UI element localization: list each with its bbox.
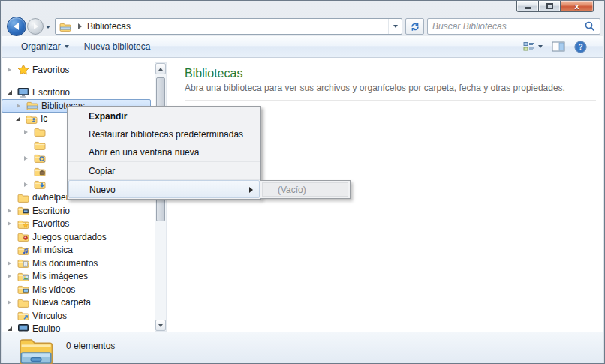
- status-items-count: 0 elementos: [66, 341, 115, 351]
- refresh-icon: [410, 22, 420, 32]
- organize-button[interactable]: Organizar: [14, 36, 77, 57]
- close-button[interactable]: x: [560, 1, 594, 12]
- saved-games-icon: [17, 231, 31, 242]
- menu-item-abrir-en-una-ventana-nueva[interactable]: Abrir en una ventana nueva: [68, 143, 260, 161]
- scroll-down-button[interactable]: [155, 320, 166, 331]
- back-arrow-icon: [14, 23, 19, 30]
- expander-collapsed-icon[interactable]: [24, 182, 34, 187]
- address-dropdown-button[interactable]: [388, 19, 402, 34]
- expander-collapsed-icon[interactable]: [8, 209, 17, 213]
- menu-item-restaurar-bibliotecas-predeterminadas[interactable]: Restaurar bibliotecas predeterminadas: [68, 125, 260, 143]
- menu-item-label: Copiar: [89, 166, 115, 176]
- breadcrumb-separator-icon: [78, 23, 82, 29]
- search-icon[interactable]: [585, 21, 595, 32]
- maximize-button[interactable]: [539, 1, 560, 12]
- tree-item-label: Nueva carpeta: [31, 297, 91, 308]
- tree-item-mis-documentos[interactable]: Mis documentos: [2, 257, 154, 270]
- star-icon: [17, 64, 31, 75]
- titlebar[interactable]: x: [1, 1, 604, 16]
- status-bar: 0 elementos: [2, 332, 603, 363]
- preview-pane-button[interactable]: [552, 41, 565, 52]
- computer-icon: [17, 323, 31, 332]
- tree-item-label: Escritorio: [31, 87, 70, 98]
- expander-expanded-icon[interactable]: [8, 326, 17, 331]
- tree-item-label: Mis documentos: [31, 258, 98, 269]
- preview-pane-icon: [552, 41, 565, 52]
- menu-item-label: Expandir: [89, 111, 127, 122]
- tree-item-label: Ic: [39, 113, 47, 124]
- scroll-up-button[interactable]: [155, 63, 166, 74]
- chevron-down-icon: [538, 45, 543, 48]
- search-input[interactable]: Buscar Bibliotecas: [427, 18, 600, 35]
- refresh-button[interactable]: [405, 18, 424, 35]
- toolbar-right-icons: ?: [523, 41, 587, 53]
- documents-folder-icon: [17, 257, 31, 269]
- views-button[interactable]: [523, 41, 543, 52]
- tree-item-juegos-guardados[interactable]: Juegos guardados: [2, 230, 154, 244]
- command-toolbar: Organizar Nueva biblioteca ?: [2, 36, 603, 58]
- menu-item-nuevo[interactable]: Nuevo: [68, 180, 260, 198]
- context-submenu: (Vacío): [260, 180, 351, 199]
- expander-collapsed-icon[interactable]: [24, 156, 34, 161]
- expander-collapsed-icon[interactable]: [8, 68, 17, 72]
- expander-collapsed-icon[interactable]: [24, 130, 34, 134]
- tree-item-nueva-carpeta[interactable]: Nueva carpeta: [2, 296, 154, 310]
- tree-item-mis-imagenes[interactable]: Mis imágenes: [2, 270, 154, 284]
- navigation-bar: Bibliotecas Buscar Bibliotecas: [1, 16, 604, 36]
- tree-item-mis-videos[interactable]: Mis vídeos: [2, 283, 154, 296]
- tree-item-label: dwhelper: [31, 192, 69, 203]
- breadcrumb[interactable]: Bibliotecas: [87, 21, 131, 32]
- folder-icon: [34, 126, 47, 137]
- minimize-button[interactable]: [516, 1, 539, 12]
- chevron-down-icon: [393, 25, 398, 28]
- tree-item-favoritos[interactable]: Favoritos: [2, 218, 154, 231]
- address-bar[interactable]: Bibliotecas: [55, 18, 402, 35]
- expander-collapsed-icon[interactable]: [8, 221, 17, 226]
- svg-text:?: ?: [578, 43, 582, 51]
- tree-item-escritorio[interactable]: Escritorio: [2, 204, 154, 218]
- expander-collapsed-icon[interactable]: [8, 300, 17, 305]
- menu-item-copiar[interactable]: Copiar: [68, 162, 260, 180]
- desktop-icon: [17, 87, 31, 98]
- expander-collapsed-icon[interactable]: [8, 261, 17, 266]
- expander-collapsed-icon[interactable]: [17, 104, 26, 108]
- tree-item-equipo[interactable]: Equipo: [2, 323, 154, 332]
- expander-collapsed-icon[interactable]: [8, 274, 17, 278]
- chevron-down-icon: [65, 45, 69, 48]
- star-folder-icon: [17, 218, 31, 230]
- tree-item-label: Equipo: [31, 323, 60, 332]
- explorer-window: x Bibliotecas Buscar Bibliotecas Orga: [0, 0, 605, 364]
- back-button[interactable]: [7, 17, 26, 36]
- window-controls: x: [516, 1, 594, 12]
- forward-arrow-icon: [34, 23, 38, 29]
- libraries-large-icon: [19, 334, 53, 364]
- expander-expanded-icon[interactable]: [16, 116, 26, 121]
- new-library-label: Nueva biblioteca: [84, 41, 151, 52]
- libraries-icon: [26, 100, 40, 111]
- menu-item-expandir[interactable]: Expandir: [68, 107, 260, 125]
- tree-item-label: Mis imágenes: [31, 271, 88, 281]
- menu-item-label: Nuevo: [89, 185, 116, 195]
- folder-icon: [17, 192, 31, 203]
- download-folder-icon: [34, 179, 47, 190]
- triangle-down-icon: [158, 324, 163, 327]
- tree-item-vinculos[interactable]: Vínculos: [2, 309, 154, 323]
- new-library-button[interactable]: Nueva biblioteca: [77, 36, 158, 57]
- recent-pages-dropdown[interactable]: [46, 26, 50, 29]
- help-icon: ?: [574, 41, 587, 53]
- help-button[interactable]: ?: [574, 41, 587, 53]
- libraries-icon: [59, 21, 71, 32]
- music-folder-icon: [17, 245, 31, 256]
- search-folder-icon: [34, 152, 47, 164]
- page-title: Bibliotecas: [185, 67, 596, 80]
- tree-item-favoritos[interactable]: Favoritos: [2, 63, 154, 77]
- views-icon: [523, 41, 535, 52]
- close-icon: x: [574, 2, 579, 11]
- header-divider: [185, 100, 596, 101]
- case-folder-icon: [34, 166, 47, 177]
- tree-item-mi-musica[interactable]: Mi música: [2, 244, 154, 257]
- tree-item-label: Vínculos: [31, 311, 67, 321]
- expander-expanded-icon[interactable]: [8, 90, 17, 95]
- tree-item-escritorio[interactable]: Escritorio: [2, 86, 154, 100]
- forward-button[interactable]: [27, 18, 44, 35]
